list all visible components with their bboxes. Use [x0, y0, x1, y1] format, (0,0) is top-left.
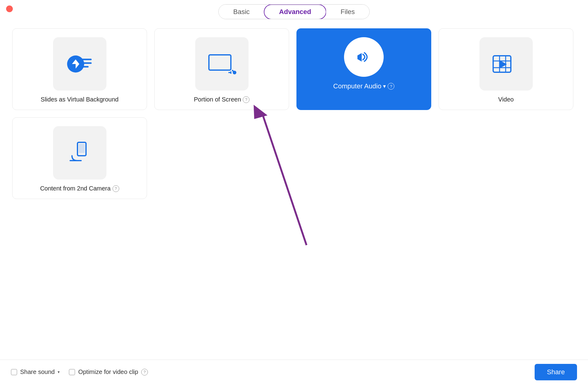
svg-point-6: [233, 71, 236, 74]
portion-screen-icon: [206, 52, 237, 75]
share-sound-text: Share sound: [20, 368, 55, 375]
camera2-label: Content from 2nd Camera ?: [40, 185, 119, 192]
optimize-video-checkbox[interactable]: [69, 369, 75, 375]
svg-marker-9: [357, 53, 362, 62]
share-sound-label[interactable]: Share sound ▾: [11, 368, 60, 375]
tab-files[interactable]: Files: [326, 5, 369, 19]
camera2-icon-wrap: [53, 126, 106, 180]
tab-basic[interactable]: Basic: [219, 5, 264, 19]
portion-help-icon[interactable]: ?: [243, 96, 249, 103]
audio-help-icon[interactable]: ?: [388, 83, 394, 90]
share-button[interactable]: Share: [535, 364, 577, 380]
share-sound-chevron[interactable]: ▾: [58, 370, 60, 374]
camera2-help-icon[interactable]: ?: [113, 185, 119, 192]
header: Basic Advanced Files: [0, 0, 588, 19]
portion-icon-wrap: [195, 37, 249, 91]
optimize-video-text: Optimize for video clip: [78, 368, 138, 375]
window-close-button[interactable]: [6, 5, 13, 12]
video-icon-wrap: [479, 37, 533, 91]
card-grid-row2: Content from 2nd Camera ?: [12, 117, 573, 199]
footer: Share sound ▾ Optimize for video clip ? …: [0, 360, 588, 384]
card-2nd-camera[interactable]: Content from 2nd Camera ?: [12, 117, 147, 199]
svg-rect-4: [209, 55, 231, 70]
footer-left: Share sound ▾ Optimize for video clip ?: [11, 368, 148, 375]
tab-advanced[interactable]: Advanced: [264, 4, 326, 19]
optimize-video-label[interactable]: Optimize for video clip ?: [69, 368, 148, 375]
tab-group: Basic Advanced Files: [218, 4, 370, 19]
slides-icon: [66, 53, 93, 75]
card-grid-row1: Slides as Virtual Background Portion of …: [12, 28, 573, 110]
share-sound-checkbox[interactable]: [11, 369, 17, 375]
card-portion-of-screen[interactable]: Portion of Screen ?: [154, 28, 289, 110]
card-slides-virtual-bg[interactable]: Slides as Virtual Background: [12, 28, 147, 110]
computer-audio-icon: [353, 46, 375, 68]
svg-rect-17: [79, 144, 85, 153]
audio-icon-wrap: [344, 37, 384, 77]
card-computer-audio[interactable]: Computer Audio ▾ ?: [296, 28, 431, 110]
slides-virtual-bg-label: Slides as Virtual Background: [41, 96, 118, 103]
computer-audio-label: Computer Audio ▾ ?: [333, 82, 395, 90]
video-label: Video: [498, 96, 514, 103]
video-icon: [492, 53, 521, 75]
card-video[interactable]: Video: [439, 28, 573, 110]
slides-icon-wrap: [53, 37, 106, 91]
optimize-help-icon[interactable]: ?: [141, 369, 148, 375]
portion-of-screen-label: Portion of Screen ?: [194, 96, 250, 103]
main-content: Slides as Virtual Background Portion of …: [0, 19, 588, 360]
camera2-icon: [66, 139, 93, 167]
